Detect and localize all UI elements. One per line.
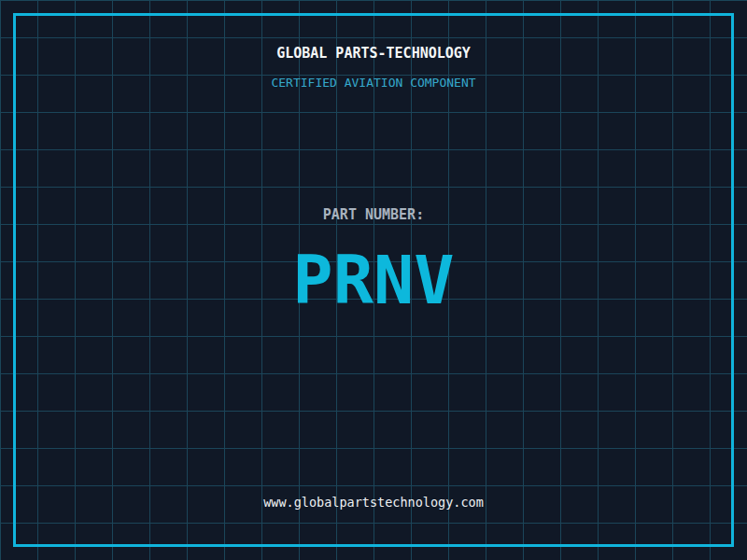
brand-title: GLOBAL PARTS-TECHNOLOGY xyxy=(0,45,747,62)
website-url: www.globalpartstechnology.com xyxy=(0,495,747,510)
part-certificate-screen: GLOBAL PARTS-TECHNOLOGY CERTIFIED AVIATI… xyxy=(0,0,747,560)
part-number-value: PRNV xyxy=(0,241,747,319)
part-number-label: PART NUMBER: xyxy=(0,206,747,223)
certification-subtitle: CERTIFIED AVIATION COMPONENT xyxy=(0,76,747,90)
